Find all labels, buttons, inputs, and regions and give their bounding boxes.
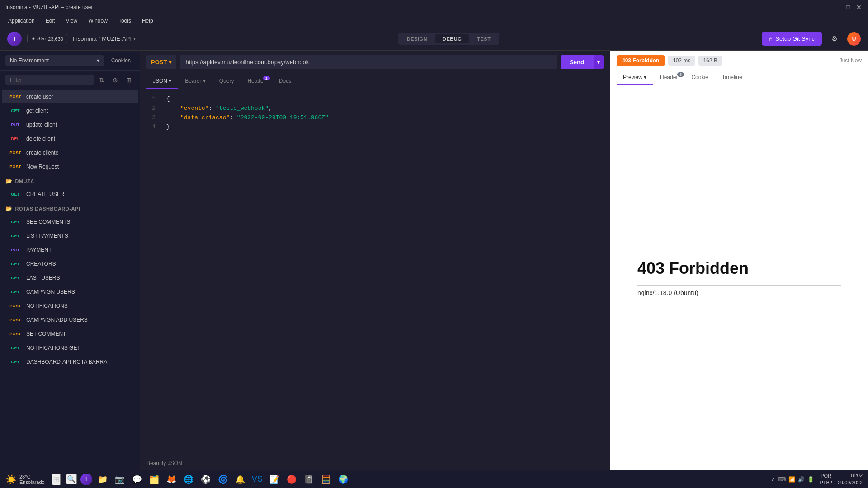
close-button[interactable]: ✕ xyxy=(855,4,863,11)
maximize-button[interactable]: □ xyxy=(844,4,852,11)
method-badge-get: GET xyxy=(8,261,23,267)
taskbar-icon-app1[interactable]: ⚽ xyxy=(199,473,212,486)
tab-header-resp[interactable]: Header 5 xyxy=(654,70,684,85)
taskbar-icon-chrome[interactable]: 🌐 xyxy=(182,473,195,486)
code-line-4: 4 } xyxy=(146,122,604,132)
sidebar-item-last-users[interactable]: GET LAST USERS xyxy=(2,271,138,285)
send-dropdown-button[interactable]: ▾ xyxy=(593,55,604,69)
taskbar-icon-app3[interactable]: 🔔 xyxy=(233,473,247,486)
taskbar-icon-sticky[interactable]: 📝 xyxy=(268,473,281,486)
sidebar-item-notifications-get[interactable]: GET NOTIFICATIONS GET xyxy=(2,341,138,355)
add-button[interactable]: ⊕ xyxy=(110,75,121,85)
breadcrumb-api[interactable]: MUZIE-API xyxy=(102,35,132,42)
settings-button[interactable]: ⚙ xyxy=(827,32,842,46)
tab-cookie[interactable]: Cookie xyxy=(685,70,714,85)
folder-dmuza[interactable]: 📂 DMUZA xyxy=(0,175,140,187)
sidebar-item-dashboard-rota-barra[interactable]: GET DASHBOARD-API ROTA BARRA xyxy=(2,355,138,369)
sidebar-item-set-comment[interactable]: POST SET COMMENT xyxy=(2,327,138,341)
taskbar-icon-messages[interactable]: 💬 xyxy=(130,473,144,486)
minimize-button[interactable]: — xyxy=(834,4,841,11)
folder-rotas-dashboard[interactable]: 📂 ROTAS DASHBOARD-API xyxy=(0,203,140,215)
beautify-button[interactable]: Beautify JSON xyxy=(146,460,182,466)
method-badge-post: POST xyxy=(8,94,23,100)
sidebar-list: POST create user GET get client PUT upda… xyxy=(0,89,140,470)
sidebar-item-see-comments[interactable]: GET SEE COMMENTS xyxy=(2,215,138,229)
tab-preview[interactable]: Preview ▾ xyxy=(617,70,653,85)
start-button[interactable]: ⊞ xyxy=(52,474,61,485)
taskbar-icon-files[interactable]: 📁 xyxy=(96,473,109,486)
sidebar-item-notifications[interactable]: POST NOTIFICATIONS xyxy=(2,299,138,313)
item-label: create user xyxy=(26,94,53,100)
send-button-group: Send ▾ xyxy=(561,55,604,69)
tab-test[interactable]: TEST xyxy=(470,34,498,43)
tab-json[interactable]: JSON ▾ xyxy=(146,74,178,89)
sidebar-item-payment[interactable]: PUT PAYMENT xyxy=(2,243,138,257)
taskbar-icon-browser[interactable]: 🌍 xyxy=(336,473,350,486)
code-editor[interactable]: 1 { 2 "evento": "teste_webhook", 3 "data… xyxy=(140,89,610,456)
sidebar-item-create-cliente[interactable]: POST create cliente xyxy=(2,146,138,160)
sort-button[interactable]: ⇅ xyxy=(96,75,107,85)
sidebar-item-new-request[interactable]: POST New Request xyxy=(2,160,138,174)
cookies-button[interactable]: Cookies xyxy=(108,55,134,66)
menu-application[interactable]: Application xyxy=(4,16,39,26)
chevron-down-icon: ▾ xyxy=(169,59,172,66)
sidebar-item-get-client[interactable]: GET get client xyxy=(2,104,138,117)
breadcrumb: Insomnia / MUZIE-API ▾ xyxy=(73,35,136,42)
star-button[interactable]: ★ Star 23,630 xyxy=(27,34,67,43)
menu-window[interactable]: Window xyxy=(84,16,112,26)
taskbar-icon-vscode[interactable]: VS xyxy=(250,473,264,486)
taskbar-icon-app2[interactable]: 🌀 xyxy=(216,473,230,486)
method-badge-get: GET xyxy=(8,359,23,365)
tab-docs[interactable]: Docs xyxy=(273,74,297,89)
sidebar-item-campaign-users[interactable]: GET CAMPAIGN USERS xyxy=(2,285,138,299)
method-badge-put: PUT xyxy=(8,247,23,253)
taskbar-icon-app5[interactable]: 📓 xyxy=(302,473,316,486)
url-input[interactable] xyxy=(180,55,557,69)
environment-selector[interactable]: No Environment ▾ xyxy=(5,55,104,66)
taskbar-icon-app4[interactable]: 🔴 xyxy=(285,473,298,486)
menu-edit[interactable]: Edit xyxy=(41,16,60,26)
response-topbar: 403 Forbidden 102 ms 162 B Just Now xyxy=(610,51,868,70)
sidebar-top: No Environment ▾ Cookies xyxy=(0,51,140,71)
sidebar-item-update-client[interactable]: PUT update client xyxy=(2,118,138,131)
insomnia-taskbar-icon[interactable]: I xyxy=(80,474,92,485)
breadcrumb-insomnia[interactable]: Insomnia xyxy=(73,35,97,42)
taskbar-icon-firefox[interactable]: 🦊 xyxy=(165,473,178,486)
method-selector[interactable]: POST ▾ xyxy=(146,55,176,69)
filter-input[interactable] xyxy=(5,75,94,85)
sidebar-item-creators[interactable]: GET CREATORS xyxy=(2,257,138,271)
send-button[interactable]: Send xyxy=(561,55,593,69)
tab-query[interactable]: Query xyxy=(213,74,241,89)
item-label: LIST PAYMENTS xyxy=(26,233,68,239)
taskbar-icon-folder[interactable]: 🗂️ xyxy=(147,473,161,486)
taskbar-search-button[interactable]: 🔍 xyxy=(66,474,77,484)
item-label: NOTIFICATIONS xyxy=(26,303,68,309)
tab-debug[interactable]: DEBUG xyxy=(435,34,469,43)
sidebar-item-campaign-add-users[interactable]: POST CAMPAIGN ADD USERS xyxy=(2,313,138,327)
user-avatar[interactable]: U xyxy=(847,32,861,46)
sidebar-item-create-user-dmuza[interactable]: GET CREATE USER xyxy=(2,188,138,201)
setup-git-button[interactable]: ⑃ Setup Git Sync xyxy=(762,32,822,46)
chevron-up-icon[interactable]: ∧ xyxy=(771,476,775,483)
tab-design[interactable]: DESIGN xyxy=(400,34,434,43)
more-button[interactable]: ⊞ xyxy=(123,75,134,85)
menu-help[interactable]: Help xyxy=(137,16,158,26)
item-label: LAST USERS xyxy=(26,275,60,281)
sidebar-item-list-payments[interactable]: GET LIST PAYMENTS xyxy=(2,229,138,243)
tab-header[interactable]: Header 1 xyxy=(241,74,271,89)
menu-view[interactable]: View xyxy=(61,16,82,26)
weather-desc: Ensolarado xyxy=(19,479,45,485)
method-badge-put: PUT xyxy=(8,122,23,128)
method-badge-del: DEL xyxy=(8,136,23,142)
menu-tools[interactable]: Tools xyxy=(114,16,136,26)
taskbar-icon-camera[interactable]: 📷 xyxy=(113,473,127,486)
response-tabs: Preview ▾ Header 5 Cookie Timeline xyxy=(610,70,868,85)
response-timestamp: Just Now xyxy=(840,57,862,64)
tab-timeline[interactable]: Timeline xyxy=(716,70,749,85)
gear-icon: ⚙ xyxy=(831,34,838,43)
header-badge: 5 xyxy=(677,72,684,77)
sidebar-item-delete-client[interactable]: DEL delete client xyxy=(2,132,138,145)
sidebar-item-create-user[interactable]: POST create user xyxy=(2,90,138,103)
tab-bearer[interactable]: Bearer ▾ xyxy=(179,74,212,89)
taskbar-icon-calc[interactable]: 🧮 xyxy=(319,473,333,486)
